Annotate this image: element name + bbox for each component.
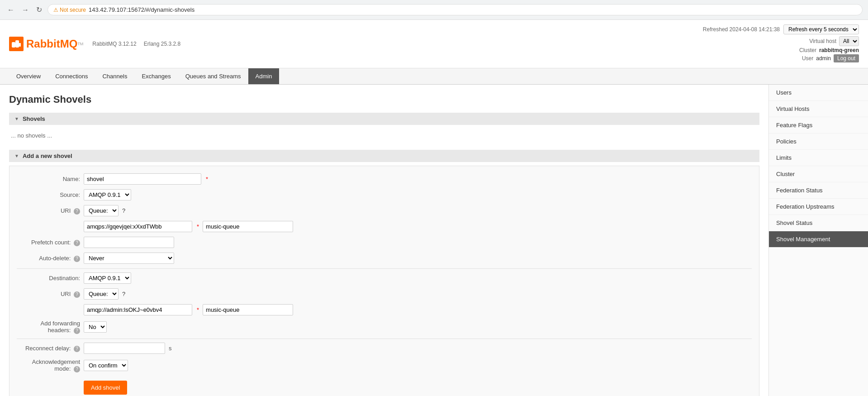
logout-button[interactable]: Log out bbox=[834, 54, 859, 62]
uri-input[interactable] bbox=[84, 221, 192, 232]
uri-row: URI ? Queue: ? bbox=[17, 205, 752, 216]
add-shovel-row: Add shovel bbox=[17, 377, 752, 395]
prefetch-row: Prefetch count: ? bbox=[17, 237, 752, 248]
name-input[interactable] bbox=[84, 173, 201, 185]
shovels-toggle-icon: ▼ bbox=[14, 116, 19, 121]
add-shovel-form: Name: * Source: AMQP 0.9.1 URI ? bbox=[9, 166, 759, 396]
reconnect-input[interactable] bbox=[84, 343, 165, 354]
forwarding-help-icon[interactable]: ? bbox=[74, 328, 80, 334]
source-row: Source: AMQP 0.9.1 bbox=[17, 189, 752, 200]
auto-delete-select[interactable]: Never bbox=[84, 253, 174, 264]
security-warning: ⚠ Not secure bbox=[53, 7, 86, 13]
prefetch-label: Prefetch count: ? bbox=[17, 239, 80, 246]
sidebar-item-feature-flags[interactable]: Feature Flags bbox=[769, 117, 868, 134]
forwarding-select[interactable]: No bbox=[84, 321, 107, 333]
uri-required: * bbox=[197, 223, 199, 230]
reconnect-label: Reconnect delay: ? bbox=[17, 345, 80, 352]
logo-icon bbox=[9, 37, 24, 51]
ack-mode-row: Acknowledgement mode: ? On confirm bbox=[17, 358, 752, 372]
uri-label: URI ? bbox=[17, 207, 80, 215]
cluster-row: Cluster rabbitmq-green bbox=[703, 47, 859, 53]
dest-queue-type-help-icon[interactable]: ? bbox=[122, 291, 125, 297]
vhost-select[interactable]: All bbox=[839, 36, 859, 46]
sidebar-item-policies[interactable]: Policies bbox=[769, 134, 868, 150]
destination-label: Destination: bbox=[17, 275, 80, 281]
tab-channels[interactable]: Channels bbox=[95, 68, 134, 84]
back-button[interactable]: ← bbox=[5, 4, 16, 16]
sidebar-item-federation-status[interactable]: Federation Status bbox=[769, 182, 868, 199]
auto-delete-row: Auto-delete: ? Never bbox=[17, 253, 752, 264]
uri-value-row: * bbox=[17, 221, 752, 232]
reconnect-help-icon[interactable]: ? bbox=[74, 346, 80, 352]
add-shovel-section-label: Add a new shovel bbox=[23, 153, 72, 159]
user-row: User admin Log out bbox=[703, 54, 859, 62]
sidebar-item-limits[interactable]: Limits bbox=[769, 150, 868, 166]
add-shovel-toggle-icon: ▼ bbox=[14, 153, 19, 158]
uri-help-icon[interactable]: ? bbox=[74, 208, 80, 215]
name-row: Name: * bbox=[17, 173, 752, 185]
forwarding-row: Add forwarding headers: ? No bbox=[17, 320, 752, 334]
shovels-section-label: Shovels bbox=[23, 115, 45, 122]
tab-admin[interactable]: Admin bbox=[248, 68, 280, 84]
dest-uri-required: * bbox=[197, 306, 199, 313]
header-right: Refreshed 2024-04-08 14:21:38 Refresh ev… bbox=[703, 24, 859, 63]
refresh-select[interactable]: Refresh every 5 seconds bbox=[783, 24, 859, 34]
dest-uri-input[interactable] bbox=[84, 304, 192, 315]
url-text: 143.42.79.107:15672/#/dynamic-shovels bbox=[89, 6, 194, 13]
dest-queue-name-input[interactable] bbox=[203, 304, 293, 315]
rmq-app: RabbitMQTM RabbitMQ 3.12.12 Erlang 25.3.… bbox=[0, 20, 868, 396]
dest-uri-value-row: * bbox=[17, 304, 752, 315]
queue-type-help-icon[interactable]: ? bbox=[122, 207, 125, 214]
dest-uri-help-icon[interactable]: ? bbox=[74, 291, 80, 298]
shovels-section-header[interactable]: ▼ Shovels bbox=[9, 113, 759, 125]
add-shovel-button[interactable]: Add shovel bbox=[84, 381, 127, 395]
add-shovel-section-header[interactable]: ▼ Add a new shovel bbox=[9, 150, 759, 162]
ack-mode-select[interactable]: On confirm bbox=[84, 360, 128, 371]
dest-queue-type-select[interactable]: Queue: bbox=[84, 288, 119, 300]
dest-protocol-select[interactable]: AMQP 0.9.1 bbox=[84, 272, 131, 284]
sidebar-item-shovel-status[interactable]: Shovel Status bbox=[769, 215, 868, 231]
ack-mode-label: Acknowledgement mode: ? bbox=[17, 358, 80, 372]
nav-tabs: Overview Connections Channels Exchanges … bbox=[0, 68, 868, 85]
prefetch-help-icon[interactable]: ? bbox=[74, 240, 80, 246]
tab-overview[interactable]: Overview bbox=[9, 68, 48, 84]
svg-rect-0 bbox=[12, 42, 15, 48]
source-protocol-select[interactable]: AMQP 0.9.1 bbox=[84, 189, 131, 200]
ack-mode-help-icon[interactable]: ? bbox=[74, 366, 80, 372]
logo-text: RabbitMQTM bbox=[26, 38, 83, 50]
tab-exchanges[interactable]: Exchanges bbox=[134, 68, 178, 84]
prefetch-input[interactable] bbox=[84, 237, 174, 248]
source-label: Source: bbox=[17, 191, 80, 198]
tab-queues-streams[interactable]: Queues and Streams bbox=[178, 68, 248, 84]
queue-type-select[interactable]: Queue: bbox=[84, 205, 119, 216]
form-divider2 bbox=[17, 339, 752, 339]
reconnect-row: Reconnect delay: ? s bbox=[17, 343, 752, 354]
right-sidebar: Users Virtual Hosts Feature Flags Polici… bbox=[768, 85, 868, 396]
queue-name-input[interactable] bbox=[203, 221, 293, 232]
tab-connections[interactable]: Connections bbox=[48, 68, 95, 84]
content-area: Dynamic Shovels ▼ Shovels ... no shovels… bbox=[0, 85, 768, 396]
name-required: * bbox=[206, 176, 208, 182]
address-bar[interactable]: ⚠ Not secure 143.42.79.107:15672/#/dynam… bbox=[47, 4, 863, 15]
sidebar-item-virtual-hosts[interactable]: Virtual Hosts bbox=[769, 101, 868, 117]
reload-button[interactable]: ↻ bbox=[34, 4, 44, 16]
sidebar-item-cluster[interactable]: Cluster bbox=[769, 166, 868, 182]
auto-delete-help-icon[interactable]: ? bbox=[74, 256, 80, 262]
form-divider bbox=[17, 268, 752, 269]
uri-inputs: Queue: ? bbox=[84, 205, 125, 216]
rabbit-icon bbox=[11, 38, 22, 49]
name-label: Name: bbox=[17, 176, 80, 182]
svg-rect-2 bbox=[19, 43, 21, 47]
sidebar-item-shovel-management[interactable]: Shovel Management bbox=[769, 231, 868, 248]
main-area: Dynamic Shovels ▼ Shovels ... no shovels… bbox=[0, 85, 868, 396]
no-shovels-text: ... no shovels ... bbox=[9, 129, 759, 143]
vhost-row: Virtual host All bbox=[703, 36, 859, 46]
sidebar-item-federation-upstreams[interactable]: Federation Upstreams bbox=[769, 199, 868, 215]
dest-uri-inputs: Queue: ? bbox=[84, 288, 125, 300]
page-title: Dynamic Shovels bbox=[9, 94, 759, 105]
app-header: RabbitMQTM RabbitMQ 3.12.12 Erlang 25.3.… bbox=[0, 20, 868, 68]
sidebar-item-users[interactable]: Users bbox=[769, 85, 868, 101]
dest-uri-label: URI ? bbox=[17, 291, 80, 298]
forward-button[interactable]: → bbox=[20, 4, 31, 16]
logo: RabbitMQTM bbox=[9, 37, 83, 51]
